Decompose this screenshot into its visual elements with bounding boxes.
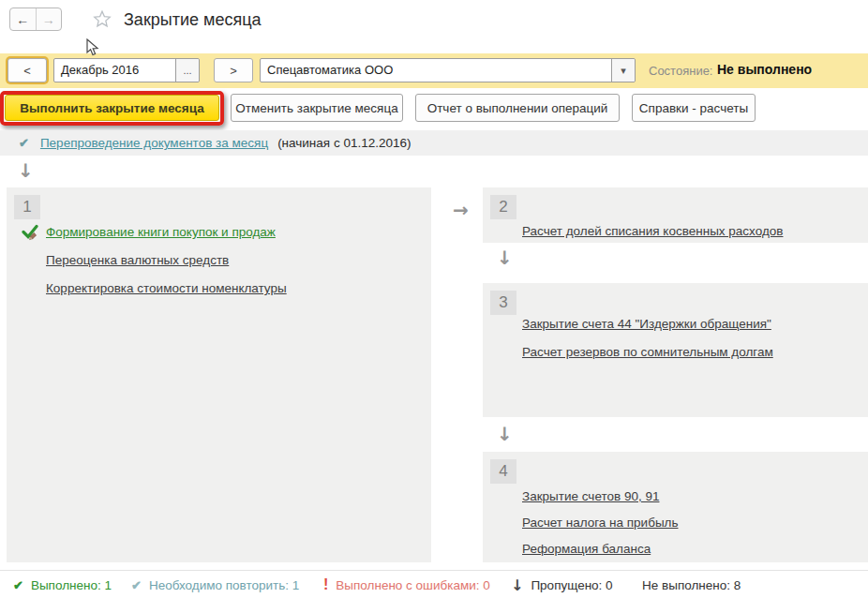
right-arrow-icon: → [453,199,469,221]
page-title: Закрытие месяца [124,10,261,30]
down-arrow-icon: ↓ [497,247,513,269]
operation-link[interactable]: Формирование книги покупок и продаж [46,225,276,239]
done-needs-repeat-icon [22,224,39,245]
down-arrow-icon: ↓ [18,159,34,182]
done-counter: ✔ Выполнено: 1 [13,571,112,598]
exclamation-icon: ! [323,576,328,593]
operation-link[interactable]: Расчет долей списания косвенных расходов [522,224,783,238]
repeat-counter: ✔ Необходимо повторить: 1 [131,571,299,598]
not-done-counter: Не выполнено: 8 [642,571,741,598]
period-picker-button[interactable]: ... [175,59,199,82]
period-value[interactable]: Декабрь 2016 [54,59,175,82]
not-done-counter-label: Не выполнено: 8 [642,578,741,592]
down-arrow-icon: ↓ [497,423,513,445]
stage-panel-2: 2 Расчет долей списания косвенных расход… [483,187,868,243]
period-toolbar: < Декабрь 2016 ... > Спецавтоматика ООО … [0,53,868,88]
reposting-link[interactable]: Перепроведение документов за месяц [40,136,268,150]
down-arrow-icon: ↓ [511,576,523,594]
stage-panel-4: 4 Закрытие счетов 90, 91 Расчет налога н… [483,452,868,562]
status-value: Не выполнено [717,62,812,77]
back-arrow-icon[interactable]: ← [10,8,36,30]
check-icon: ✔ [13,578,23,592]
organization-field[interactable]: Спецавтоматика ООО ▾ [260,58,636,82]
stage-number: 2 [490,195,516,219]
reposting-note: (начиная с 01.12.2016) [277,136,411,150]
period-field[interactable]: Декабрь 2016 ... [53,58,200,82]
skipped-counter: ↓ Пропущено: 0 [511,571,613,598]
stage-number: 3 [490,291,516,315]
mouse-cursor-icon [86,38,101,61]
stage-number: 1 [14,195,40,219]
stage-panel-3: 3 Закрытие счета 44 "Издержки обращения"… [483,283,868,417]
operation-link[interactable]: Переоценка валютных средств [46,253,229,267]
favorite-star-icon[interactable] [92,8,112,33]
operations-report-button[interactable]: Отчет о выполнении операций [415,94,620,122]
done-counter-label: Выполнено: 1 [31,578,112,592]
summary-status-bar: ✔ Выполнено: 1 ✔ Необходимо повторить: 1… [0,570,868,598]
operation-link[interactable]: Корректировка стоимости номенклатуры [46,281,287,295]
forward-arrow-icon[interactable]: → [36,8,62,30]
stage-number: 4 [490,459,516,484]
chevron-down-icon[interactable]: ▾ [611,59,635,82]
history-nav: ← → [9,7,62,31]
check-icon: ✔ [19,136,29,150]
errors-counter-label: Выполнено с ошибками: 0 [336,578,489,592]
next-period-button[interactable]: > [214,58,253,82]
cancel-closing-button[interactable]: Отменить закрытие месяца [231,94,403,122]
skipped-counter-label: Пропущено: 0 [531,578,612,592]
month-closing-window: ← → Закрытие месяца < Декабрь 2016 ... >… [0,0,868,598]
operation-link[interactable]: Расчет резервов по сомнительным долгам [522,345,773,359]
reposting-bar: ✔ Перепроведение документов за месяц (на… [0,130,868,156]
operation-link[interactable]: Реформация баланса [522,542,651,556]
references-calculations-button[interactable]: Справки - расчеты [632,94,756,122]
organization-value[interactable]: Спецавтоматика ООО [261,59,611,82]
operation-link[interactable]: Закрытие счета 44 "Издержки обращения" [522,317,771,331]
operation-link[interactable]: Расчет налога на прибыль [522,516,679,530]
errors-counter: ! Выполнено с ошибками: 0 [323,571,490,598]
stage-panel-1: 1 Формирование книги покупок и продаж Пе… [7,187,431,562]
check-icon: ✔ [131,578,142,592]
perform-closing-button[interactable]: Выполнить закрытие месяца [5,95,219,121]
repeat-counter-label: Необходимо повторить: 1 [149,578,299,592]
operation-link[interactable]: Закрытие счетов 90, 91 [522,489,659,503]
previous-period-button[interactable]: < [7,58,47,82]
status-label: Состояние: [649,64,712,78]
